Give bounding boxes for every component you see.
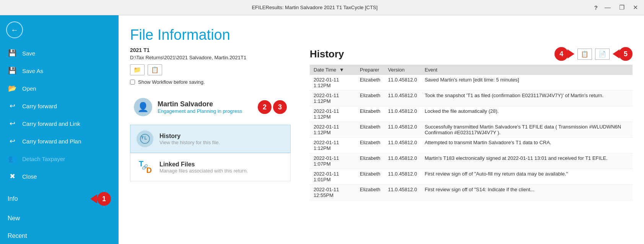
sidebar-item-label-save-as: Save As xyxy=(22,68,43,74)
badge-2: 2 xyxy=(258,100,272,114)
history-card-content: History View the history for this file. xyxy=(159,133,284,145)
file-actions: 📁 📋 xyxy=(130,64,291,75)
cell-event: First review sign off of "S14: Indicate … xyxy=(421,185,633,200)
sidebar-item-open[interactable]: 📂 Open xyxy=(0,80,119,97)
history-export-button[interactable]: 📄 xyxy=(595,49,610,60)
file-path: D:\Tax Returns\2021\2021 Salvadore, Mart… xyxy=(130,55,291,60)
sidebar-item-label-carry-forward-link: Carry forward and Link xyxy=(22,120,80,127)
cell-preparer: Elizabeth xyxy=(356,122,384,138)
col-datetime-label: Date Time xyxy=(314,67,336,73)
detach-taxpayer-icon: 👥 xyxy=(8,155,17,163)
cell-event: Took the snapshot 'T1 as filed (confirma… xyxy=(421,91,633,106)
badge-3: 3 xyxy=(273,100,287,114)
sidebar-item-recent[interactable]: Recent xyxy=(0,227,119,244)
workflow-label: Show Workflow before saving. xyxy=(138,79,205,85)
help-button[interactable]: ? xyxy=(594,4,598,11)
cell-event: Locked the file automatically (28). xyxy=(421,106,633,122)
sidebar-item-label-save: Save xyxy=(22,50,35,57)
cell-preparer: Elizabeth xyxy=(356,138,384,153)
page-title: File Information xyxy=(130,27,633,43)
cell-version: 11.0.45812.0 xyxy=(384,169,421,185)
history-header-actions: 4 📋 📄 5 xyxy=(555,47,633,61)
maximize-button[interactable]: ❐ xyxy=(618,4,626,11)
window-controls: ? — ❐ ✕ xyxy=(594,4,639,11)
cell-datetime: 2022-01-11 1:01PM xyxy=(310,169,356,185)
history-table: Date Time ▼ Preparer Version xyxy=(310,65,633,200)
linked-files-card[interactable]: T 🔗 D Linked Files Manage files associat… xyxy=(130,153,291,181)
back-button[interactable]: ← xyxy=(6,21,23,38)
col-datetime[interactable]: Date Time ▼ xyxy=(310,65,356,75)
history-copy-button[interactable]: 📋 xyxy=(577,49,592,60)
history-table-wrapper: Date Time ▼ Preparer Version xyxy=(310,65,633,200)
cell-datetime: 2022-01-11 12:55PM xyxy=(310,185,356,200)
badge-4-arrow xyxy=(568,49,574,59)
info-badge-area: 1 xyxy=(90,192,111,206)
sidebar-item-carry-forward-link[interactable]: ↩ Carry forward and Link xyxy=(0,115,119,132)
save-as-icon: 💾 xyxy=(8,67,17,75)
history-card-title: History xyxy=(159,133,284,140)
open-icon: 📂 xyxy=(8,84,17,93)
col-version: Version xyxy=(384,65,421,75)
sidebar-plain-label-info: Info xyxy=(8,195,90,202)
taxpayer-avatar: 👤 xyxy=(134,98,152,116)
cell-datetime: 2022-01-11 1:12PM xyxy=(310,122,356,138)
back-arrow-icon: ← xyxy=(11,26,18,34)
badge-5-area: 5 xyxy=(613,47,633,61)
sidebar-item-info[interactable]: Info 1 xyxy=(0,188,119,210)
table-row: 2022-01-11 12:55PMElizabeth11.0.45812.0F… xyxy=(310,185,633,200)
copy-path-button[interactable]: 📋 xyxy=(148,64,162,75)
col-event: Event xyxy=(421,65,633,75)
badge-5: 5 xyxy=(619,47,633,61)
col-preparer: Preparer xyxy=(356,65,384,75)
sidebar-plain-label-recent: Recent xyxy=(8,233,27,239)
sidebar-item-save-as[interactable]: 💾 Save As xyxy=(0,62,119,80)
minimize-button[interactable]: — xyxy=(603,4,612,11)
history-card-icon xyxy=(137,130,153,147)
cell-version: 11.0.45812.0 xyxy=(384,138,421,153)
sidebar-item-label-open: Open xyxy=(22,85,36,92)
carry-forward-icon: ↩ xyxy=(8,102,17,110)
cell-event: Successfully transmitted Martin Salvador… xyxy=(421,122,633,138)
main-content: File Information 2021 T1 D:\Tax Returns\… xyxy=(119,15,644,244)
cell-event: Martin's T183 electronically signed at 2… xyxy=(421,153,633,169)
sidebar-item-save[interactable]: 💾 Save xyxy=(0,44,119,62)
close-window-button[interactable]: ✕ xyxy=(631,4,639,11)
cell-version: 11.0.45812.0 xyxy=(384,122,421,138)
cell-datetime: 2022-01-11 1:07PM xyxy=(310,153,356,169)
sidebar-item-carry-forward-plan[interactable]: ↩ Carry forward and Plan xyxy=(0,132,119,150)
cell-version: 11.0.45812.0 xyxy=(384,153,421,169)
save-icon: 💾 xyxy=(8,49,17,57)
taxpayer-info: Martin Salvadore Engagement and Planning… xyxy=(158,100,252,114)
sort-arrow-icon: ▼ xyxy=(339,67,344,73)
left-panel: 2021 T1 D:\Tax Returns\2021\2021 Salvado… xyxy=(130,47,291,200)
sidebar-item-label-detach-taxpayer: Detach Taxpayer xyxy=(22,156,65,162)
file-year-label: 2021 T1 xyxy=(130,47,291,53)
cell-datetime: 2022-01-11 1:12PM xyxy=(310,91,356,106)
badge-4-area: 4 xyxy=(555,47,574,61)
content-area: 2021 T1 D:\Tax Returns\2021\2021 Salvado… xyxy=(130,47,633,200)
col-preparer-label: Preparer xyxy=(360,67,379,73)
cell-preparer: Elizabeth xyxy=(356,106,384,122)
badge-4: 4 xyxy=(555,47,568,61)
sidebar-item-label-carry-forward-plan: Carry forward and Plan xyxy=(22,138,81,145)
cell-preparer: Elizabeth xyxy=(356,91,384,106)
cell-event: Attempted to transmit Martin Salvadore's… xyxy=(421,138,633,153)
table-row: 2022-01-11 1:12PMElizabeth11.0.45812.0Lo… xyxy=(310,106,633,122)
close-icon: ✖ xyxy=(8,172,17,181)
col-event-label: Event xyxy=(424,67,437,73)
sidebar-item-carry-forward[interactable]: ↩ Carry forward xyxy=(0,97,119,115)
carry-forward-plan-icon: ↩ xyxy=(8,137,17,145)
cell-preparer: Elizabeth xyxy=(356,169,384,185)
cell-datetime: 2022-01-11 1:12PM xyxy=(310,106,356,122)
open-folder-button[interactable]: 📁 xyxy=(130,64,145,75)
workflow-checkbox[interactable] xyxy=(130,80,135,85)
workflow-check-area: Show Workflow before saving. xyxy=(130,79,291,85)
history-card-subtitle: View the history for this file. xyxy=(159,140,284,145)
cell-version: 11.0.45812.0 xyxy=(384,91,421,106)
history-card[interactable]: History View the history for this file. xyxy=(130,125,291,153)
sidebar-item-new[interactable]: New xyxy=(0,210,119,227)
taxpayer-status: Engagement and Planning in progress xyxy=(158,108,252,114)
col-version-label: Version xyxy=(388,67,405,73)
cell-datetime: 2022-01-11 1:12PM xyxy=(310,138,356,153)
sidebar-item-close[interactable]: ✖ Close xyxy=(0,168,119,185)
